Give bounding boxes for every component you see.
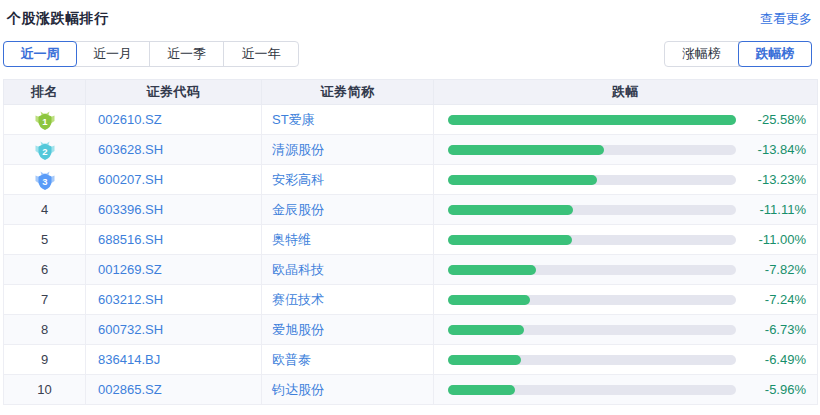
rank-toggle-group: 涨幅榜跌幅榜 [664,41,812,67]
decline-percent: -5.96% [736,382,806,397]
decline-bar-track [448,235,736,245]
column-header-decline: 跌幅 [434,80,818,105]
stock-code-link[interactable]: 603396.SH [86,195,262,225]
decline-bar-track [448,325,736,335]
svg-text:2: 2 [42,146,47,157]
decline-bar-track [448,265,736,275]
rank-medal-icon: 3 [34,169,56,191]
column-header-name: 证券简称 [262,80,434,105]
table-row[interactable]: 7603212.SH赛伍技术-7.24% [4,285,818,315]
svg-text:1: 1 [42,116,48,127]
decline-bar [448,385,515,395]
stock-code-link[interactable]: 600207.SH [86,165,262,195]
decline-percent: -13.84% [736,142,806,157]
rank-medal-icon: 1 [34,109,56,131]
decline-bar [448,325,524,335]
stock-name-link[interactable]: 金辰股份 [262,195,434,225]
table-header-row: 排名 证券代码 证券简称 跌幅 [4,80,818,105]
decline-percent: -6.73% [736,322,806,337]
controls-bar: 近一周近一月近一季近一年 涨幅榜跌幅榜 [3,41,812,67]
rank-cell: 6 [4,255,86,285]
decline-cell: -5.96% [434,375,818,405]
stock-code-link[interactable]: 001269.SZ [86,255,262,285]
stock-code-link[interactable]: 603212.SH [86,285,262,315]
stock-name-link[interactable]: 赛伍技术 [262,285,434,315]
panel-header: 个股涨跌幅排行 查看更多 [0,0,820,28]
rank-cell: 7 [4,285,86,315]
table-row[interactable]: 10002865.SZ钧达股份-5.96% [4,375,818,405]
table-row[interactable]: 4603396.SH金辰股份-11.11% [4,195,818,225]
decline-cell: -7.24% [434,285,818,315]
stock-name-link[interactable]: 钧达股份 [262,375,434,405]
stock-rank-panel: 个股涨跌幅排行 查看更多 近一周近一月近一季近一年 涨幅榜跌幅榜 排名 证券代码… [0,0,820,415]
stock-name-link[interactable]: ST爱康 [262,105,434,135]
table-row[interactable]: 3600207.SH安彩高科-13.23% [4,165,818,195]
rank-cell: 9 [4,345,86,375]
decline-cell: -11.00% [434,225,818,255]
decline-bar-track [448,115,736,125]
table-row[interactable]: 6001269.SZ欧晶科技-7.82% [4,255,818,285]
period-tab-2[interactable]: 近一季 [150,42,224,66]
column-header-rank: 排名 [4,80,86,105]
decline-percent: -7.24% [736,292,806,307]
decline-bar-track [448,355,736,365]
stock-code-link[interactable]: 002865.SZ [86,375,262,405]
decline-cell: -7.82% [434,255,818,285]
decline-bar [448,295,530,305]
decline-bar-track [448,175,736,185]
decline-bar [448,115,736,125]
decline-bar-track [448,295,736,305]
decline-cell: -25.58% [434,105,818,135]
stock-name-link[interactable]: 安彩高科 [262,165,434,195]
decline-percent: -13.23% [736,172,806,187]
stock-code-link[interactable]: 688516.SH [86,225,262,255]
period-tab-1[interactable]: 近一月 [76,42,150,66]
rank-table: 排名 证券代码 证券简称 跌幅 1002610.SZST爱康-25.58%260… [3,79,818,405]
panel-title: 个股涨跌幅排行 [7,10,109,28]
rank-cell: 5 [4,225,86,255]
decline-bar [448,145,604,155]
stock-code-link[interactable]: 002610.SZ [86,105,262,135]
table-row[interactable]: 9836414.BJ欧普泰-6.49% [4,345,818,375]
rank-toggle-0[interactable]: 涨幅榜 [665,42,739,66]
decline-percent: -7.82% [736,262,806,277]
period-tab-3[interactable]: 近一年 [224,42,298,66]
table-row[interactable]: 2603628.SH清源股份-13.84% [4,135,818,165]
period-tab-0[interactable]: 近一周 [3,41,77,67]
rank-toggle-1[interactable]: 跌幅榜 [738,41,812,67]
view-more-link[interactable]: 查看更多 [760,10,812,28]
decline-cell: -13.23% [434,165,818,195]
stock-code-link[interactable]: 600732.SH [86,315,262,345]
decline-percent: -25.58% [736,112,806,127]
rank-cell: 4 [4,195,86,225]
table-row[interactable]: 1002610.SZST爱康-25.58% [4,105,818,135]
table-row[interactable]: 5688516.SH奥特维-11.00% [4,225,818,255]
stock-code-link[interactable]: 603628.SH [86,135,262,165]
decline-cell: -6.49% [434,345,818,375]
decline-bar [448,355,521,365]
rank-cell: 8 [4,315,86,345]
decline-bar [448,235,572,245]
stock-name-link[interactable]: 奥特维 [262,225,434,255]
rank-cell: 2 [4,135,86,165]
decline-bar-track [448,145,736,155]
stock-name-link[interactable]: 欧普泰 [262,345,434,375]
stock-name-link[interactable]: 清源股份 [262,135,434,165]
decline-percent: -11.00% [736,232,806,247]
stock-name-link[interactable]: 欧晶科技 [262,255,434,285]
decline-bar [448,265,536,275]
rank-cell: 1 [4,105,86,135]
rank-cell: 10 [4,375,86,405]
table-row[interactable]: 8600732.SH爱旭股份-6.73% [4,315,818,345]
stock-code-link[interactable]: 836414.BJ [86,345,262,375]
decline-cell: -11.11% [434,195,818,225]
decline-bar-track [448,385,736,395]
rank-medal-icon: 2 [34,139,56,161]
stock-name-link[interactable]: 爱旭股份 [262,315,434,345]
decline-cell: -13.84% [434,135,818,165]
decline-bar-track [448,205,736,215]
rank-cell: 3 [4,165,86,195]
svg-text:3: 3 [42,176,47,187]
decline-bar [448,205,573,215]
decline-percent: -11.11% [736,202,806,217]
